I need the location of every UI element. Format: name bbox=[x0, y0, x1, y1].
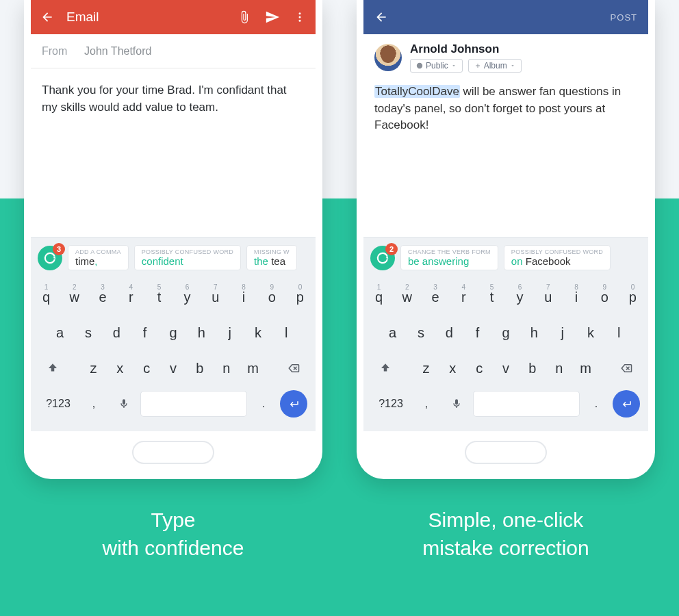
key-s[interactable]: s bbox=[75, 318, 101, 348]
key-n[interactable]: n bbox=[547, 353, 571, 383]
from-value: John Thetford bbox=[84, 45, 151, 57]
visibility-chip[interactable]: Public bbox=[410, 59, 463, 73]
key-f[interactable]: f bbox=[132, 318, 157, 348]
key-k[interactable]: k bbox=[578, 318, 603, 348]
svg-point-3 bbox=[417, 63, 422, 68]
svg-point-1 bbox=[299, 16, 301, 18]
key-y[interactable]: 6y bbox=[507, 282, 533, 312]
suggestion-strip: 2 CHANGE THE VERB FORMbe answeringPOSSIB… bbox=[363, 237, 648, 278]
key-z[interactable]: z bbox=[414, 353, 438, 383]
key-w[interactable]: 2w bbox=[62, 282, 87, 312]
key-b[interactable]: b bbox=[188, 353, 212, 383]
post-body[interactable]: TotallyCoolDave will be answer fan quest… bbox=[363, 75, 648, 142]
backspace-key[interactable] bbox=[277, 353, 310, 383]
mic-key[interactable] bbox=[443, 389, 470, 419]
suggestion-card[interactable]: MISSING Wthe tea bbox=[246, 245, 297, 270]
more-icon[interactable] bbox=[294, 11, 306, 23]
shift-key[interactable] bbox=[369, 353, 402, 383]
key-f[interactable]: f bbox=[465, 318, 490, 348]
symbols-key[interactable]: ?123 bbox=[372, 389, 410, 419]
key-m[interactable]: m bbox=[241, 353, 265, 383]
key-t[interactable]: 5t bbox=[146, 282, 172, 312]
key-q[interactable]: 1q bbox=[366, 282, 392, 312]
avatar[interactable] bbox=[374, 44, 402, 71]
svg-point-2 bbox=[299, 20, 301, 22]
facebook-header: POST bbox=[363, 0, 648, 34]
key-v[interactable]: v bbox=[162, 353, 185, 383]
space-key[interactable] bbox=[140, 391, 247, 417]
grammarly-icon[interactable]: 3 bbox=[38, 246, 62, 270]
period-key[interactable]: . bbox=[582, 389, 610, 419]
key-u[interactable]: 7u bbox=[535, 282, 561, 312]
keyboard: 1q2w3e4r5t6y7u8i9o0pasdfghjklzxcvbnm?123… bbox=[363, 278, 648, 431]
phone-email: Email From John Thetford Thank you for y bbox=[24, 0, 322, 479]
suggestion-card[interactable]: ADD A COMMAtime, bbox=[68, 245, 129, 270]
key-o[interactable]: 9o bbox=[592, 282, 617, 312]
key-c[interactable]: c bbox=[135, 353, 159, 383]
key-p[interactable]: 0p bbox=[620, 282, 645, 312]
key-g[interactable]: g bbox=[160, 318, 185, 348]
key-s[interactable]: s bbox=[408, 318, 433, 348]
key-w[interactable]: 2w bbox=[394, 282, 420, 312]
home-button[interactable] bbox=[132, 441, 214, 464]
suggestion-strip: 3 ADD A COMMAtime,POSSIBLY CONFUSED WORD… bbox=[31, 237, 316, 278]
key-l[interactable]: l bbox=[274, 318, 299, 348]
suggestion-card[interactable]: POSSIBLY CONFUSED WORDconfident bbox=[134, 245, 241, 270]
comma-key[interactable]: , bbox=[80, 389, 107, 419]
mic-key[interactable] bbox=[110, 389, 138, 419]
key-x[interactable]: x bbox=[441, 353, 465, 383]
symbols-key[interactable]: ?123 bbox=[39, 389, 77, 419]
shift-key[interactable] bbox=[36, 353, 69, 383]
suggestion-card[interactable]: CHANGE THE VERB FORMbe answering bbox=[400, 245, 498, 270]
enter-key[interactable] bbox=[280, 390, 307, 418]
key-k[interactable]: k bbox=[245, 318, 270, 348]
key-i[interactable]: 8i bbox=[231, 282, 256, 312]
suggestion-card[interactable]: POSSIBLY CONFUSED WORDon Facebook bbox=[504, 245, 611, 270]
back-icon[interactable] bbox=[40, 10, 54, 24]
key-p[interactable]: 0p bbox=[287, 282, 313, 312]
key-v[interactable]: v bbox=[494, 353, 518, 383]
key-g[interactable]: g bbox=[493, 318, 518, 348]
key-d[interactable]: d bbox=[104, 318, 129, 348]
key-r[interactable]: 4r bbox=[451, 282, 476, 312]
back-icon[interactable] bbox=[374, 10, 388, 24]
key-z[interactable]: z bbox=[81, 353, 105, 383]
key-o[interactable]: 9o bbox=[259, 282, 285, 312]
key-n[interactable]: n bbox=[214, 353, 238, 383]
tag-highlight[interactable]: TotallyCoolDave bbox=[374, 85, 460, 98]
backspace-key[interactable] bbox=[610, 353, 643, 383]
key-l[interactable]: l bbox=[606, 318, 632, 348]
enter-key[interactable] bbox=[613, 390, 640, 418]
email-body[interactable]: Thank you for your time Brad. I'm confid… bbox=[31, 68, 316, 129]
send-icon[interactable] bbox=[265, 10, 280, 25]
grammarly-icon[interactable]: 2 bbox=[370, 246, 395, 270]
key-j[interactable]: j bbox=[550, 318, 575, 348]
period-key[interactable]: . bbox=[250, 389, 277, 419]
key-a[interactable]: a bbox=[47, 318, 73, 348]
post-button[interactable]: POST bbox=[611, 12, 637, 23]
key-h[interactable]: h bbox=[189, 318, 214, 348]
home-button[interactable] bbox=[465, 441, 547, 464]
error-count-badge: 3 bbox=[53, 243, 65, 255]
key-t[interactable]: 5t bbox=[479, 282, 504, 312]
key-c[interactable]: c bbox=[467, 353, 491, 383]
comma-key[interactable]: , bbox=[413, 389, 440, 419]
key-u[interactable]: 7u bbox=[203, 282, 228, 312]
key-q[interactable]: 1q bbox=[34, 282, 59, 312]
key-j[interactable]: j bbox=[217, 318, 242, 348]
key-a[interactable]: a bbox=[380, 318, 405, 348]
key-m[interactable]: m bbox=[574, 353, 598, 383]
key-r[interactable]: 4r bbox=[118, 282, 144, 312]
key-d[interactable]: d bbox=[437, 318, 462, 348]
album-chip[interactable]: Album bbox=[468, 59, 522, 73]
key-e[interactable]: 3e bbox=[422, 282, 448, 312]
key-y[interactable]: 6y bbox=[175, 282, 200, 312]
key-e[interactable]: 3e bbox=[90, 282, 115, 312]
key-i[interactable]: 8i bbox=[563, 282, 589, 312]
attach-icon[interactable] bbox=[238, 10, 251, 24]
from-row[interactable]: From John Thetford bbox=[31, 34, 316, 68]
key-h[interactable]: h bbox=[522, 318, 547, 348]
key-b[interactable]: b bbox=[520, 353, 544, 383]
space-key[interactable] bbox=[473, 391, 580, 417]
key-x[interactable]: x bbox=[108, 353, 132, 383]
